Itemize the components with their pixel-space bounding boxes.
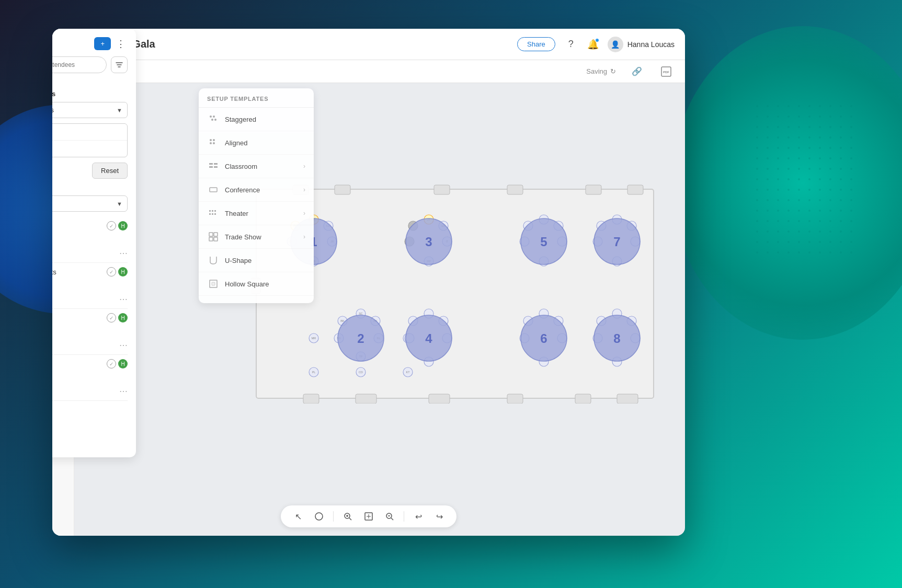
template-theater-label: Theater — [225, 210, 248, 217]
svg-text:6: 6 — [540, 331, 547, 345]
svg-rect-35 — [586, 185, 601, 194]
check-icon: ✓ — [107, 359, 116, 368]
ushape-icon — [207, 254, 220, 267]
list-item[interactable]: Celine Dion ✓ H The Dilly Table: 3 ⋯ — [52, 355, 128, 401]
avatar: 👤 — [608, 37, 623, 52]
option-seated[interactable]: Seated — [52, 124, 127, 141]
item-more-button[interactable]: ⋯ — [119, 340, 128, 350]
svg-text:5: 5 — [540, 235, 547, 249]
option-unseated[interactable]: Unseated — [52, 141, 127, 157]
svg-rect-26 — [209, 237, 213, 241]
attendee-table: Table: 3 — [52, 331, 128, 338]
svg-rect-29 — [212, 282, 215, 285]
add-icon: + — [100, 40, 105, 48]
badge-icon: H — [118, 221, 128, 230]
undo-btn[interactable]: ↩ — [412, 510, 425, 523]
svg-text:7: 7 — [613, 235, 620, 249]
panel-header: ATTENDEES + ⋮ — [52, 37, 128, 50]
badge-icon: H — [118, 359, 128, 368]
tradeshow-icon — [207, 230, 220, 243]
svg-rect-36 — [627, 185, 643, 194]
filter-label: FILTER — [52, 80, 128, 87]
svg-text:SC: SC — [359, 312, 363, 315]
template-ushape-label: U-Shape — [225, 257, 252, 264]
svg-point-134 — [315, 513, 323, 520]
svg-text:3: 3 — [425, 235, 432, 249]
sort-dropdown[interactable]: Order Added Name A-Z Name Z-A — [52, 195, 128, 212]
attendee-table: Table: 3 — [52, 377, 128, 384]
redo-btn[interactable]: ↪ — [432, 510, 446, 523]
search-wrap: 🔍 — [52, 56, 107, 73]
svg-rect-23 — [214, 213, 216, 215]
template-tradeshow[interactable]: Trade Show › — [199, 225, 314, 249]
divider — [333, 511, 334, 522]
shape-tool-btn[interactable] — [312, 510, 326, 523]
staggered-icon — [207, 113, 220, 125]
conference-icon — [207, 183, 220, 196]
user-info[interactable]: 👤 Hanna Loucas — [608, 37, 675, 52]
header-icons: ? 🔔 👤 Hanna Loucas — [564, 37, 675, 52]
chevron-right-icon: › — [303, 163, 305, 170]
attendee-company: Cvent — [52, 232, 128, 239]
notification-icon[interactable]: 🔔 — [586, 37, 600, 52]
main-content: ↖ T 🖼 ⚙ ATTENDEES + — [52, 83, 685, 536]
add-attendee-button[interactable]: + — [94, 37, 111, 50]
svg-rect-19 — [212, 210, 213, 212]
filter-button[interactable] — [111, 56, 128, 73]
dots-decoration — [756, 105, 860, 261]
svg-rect-13 — [209, 163, 213, 165]
svg-text:KT: KT — [406, 371, 410, 374]
svg-point-11 — [210, 142, 212, 144]
attendees-panel: ATTENDEES + ⋮ 🔍 — [52, 29, 136, 457]
template-aligned[interactable]: Aligned — [199, 131, 314, 155]
select-tool-btn[interactable]: ↖ — [291, 510, 305, 523]
pdf-icon[interactable]: PDF — [658, 63, 675, 80]
search-input[interactable] — [52, 61, 101, 68]
svg-text:4: 4 — [425, 331, 432, 345]
more-options-button[interactable]: ⋮ — [114, 38, 128, 50]
help-icon[interactable]: ? — [564, 37, 578, 52]
template-ushape[interactable]: U-Shape — [199, 249, 314, 272]
item-more-button[interactable]: ⋯ — [119, 294, 128, 304]
template-hollowsquare-label: Hollow Square — [225, 280, 269, 288]
templates-panel: SETUP TEMPLATES Staggered — [199, 88, 314, 303]
classroom-icon — [207, 160, 220, 172]
share-button[interactable]: Share — [517, 37, 555, 51]
zoom-in-btn[interactable] — [341, 510, 355, 523]
saving-indicator: Saving ↻ — [586, 67, 616, 75]
template-staggered[interactable]: Staggered — [199, 108, 314, 131]
list-item[interactable]: Brad Pitt ✓ H Salesforce Table: 3 ⋯ — [52, 309, 128, 355]
zoom-out-btn[interactable] — [383, 510, 396, 523]
reset-button[interactable]: Reset — [92, 163, 128, 179]
list-item[interactable]: Jessica Biel ✓ H Cvent Table: 1 ⋯ — [52, 217, 128, 263]
svg-rect-33 — [434, 185, 450, 194]
svg-point-12 — [213, 142, 215, 144]
template-conference[interactable]: Conference › — [199, 178, 314, 202]
svg-rect-34 — [507, 185, 523, 194]
item-more-button[interactable]: ⋯ — [119, 386, 128, 396]
theater-icon — [207, 207, 220, 220]
bottom-toolbar: ↖ — [281, 505, 456, 527]
svg-text:PL: PL — [312, 371, 316, 374]
list-item[interactable]: Julia Roberts ✓ H Cvent Table: 1 ⋯ — [52, 263, 128, 309]
template-theater[interactable]: Theater › — [199, 202, 314, 225]
fit-btn[interactable] — [362, 510, 375, 523]
item-more-button[interactable]: ⋯ — [119, 248, 128, 258]
user-name: Hanna Loucas — [627, 40, 675, 49]
attendee-name: Julia Roberts — [52, 268, 56, 276]
template-hollowsquare[interactable]: Hollow Square — [199, 272, 314, 296]
svg-line-136 — [349, 518, 351, 520]
svg-rect-146 — [756, 105, 860, 261]
hollowsquare-icon — [207, 278, 220, 290]
dropdown-options: Seated Unseated — [52, 123, 128, 157]
seating-filter-dropdown[interactable]: All Attendees Seated Unseated — [52, 102, 128, 118]
toolbar: Arrange View Saving ↻ 🔗 PDF — [52, 60, 685, 83]
link-icon[interactable]: 🔗 — [629, 63, 645, 80]
template-classroom[interactable]: Classroom › — [199, 155, 314, 178]
search-row: 🔍 — [52, 56, 128, 73]
svg-rect-40 — [507, 394, 523, 403]
svg-rect-25 — [214, 233, 218, 236]
check-icon: ✓ — [107, 267, 116, 276]
svg-rect-17 — [210, 188, 217, 192]
check-icon: ✓ — [107, 313, 116, 322]
